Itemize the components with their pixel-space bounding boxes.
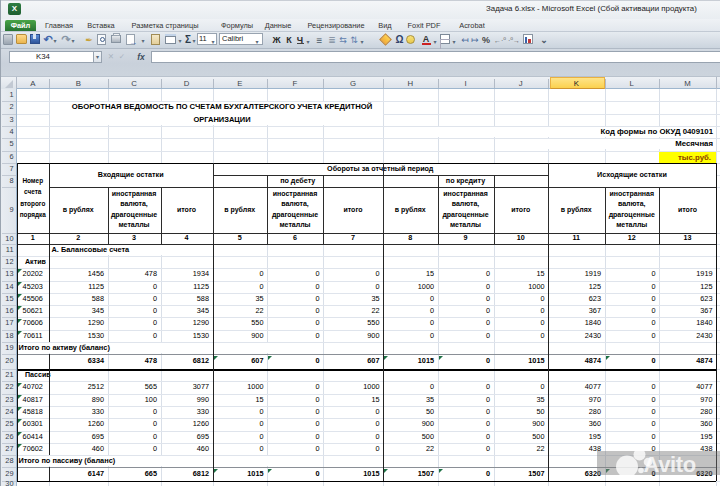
svg-text:Avito: Avito bbox=[644, 452, 696, 477]
